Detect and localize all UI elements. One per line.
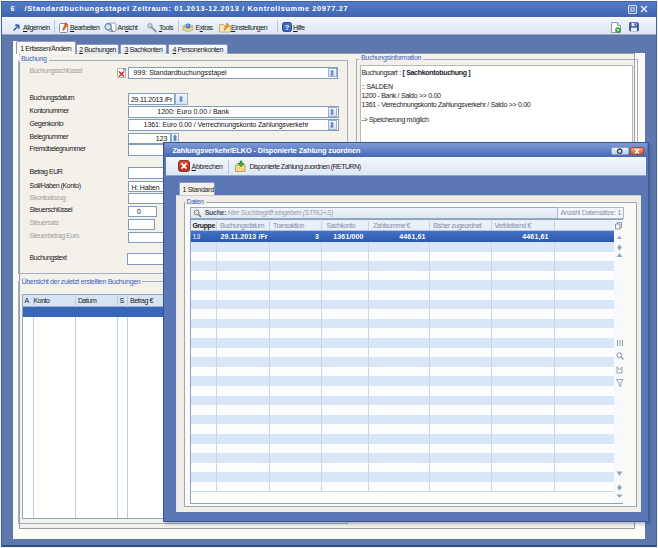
svg-text:?: ? xyxy=(285,23,290,32)
